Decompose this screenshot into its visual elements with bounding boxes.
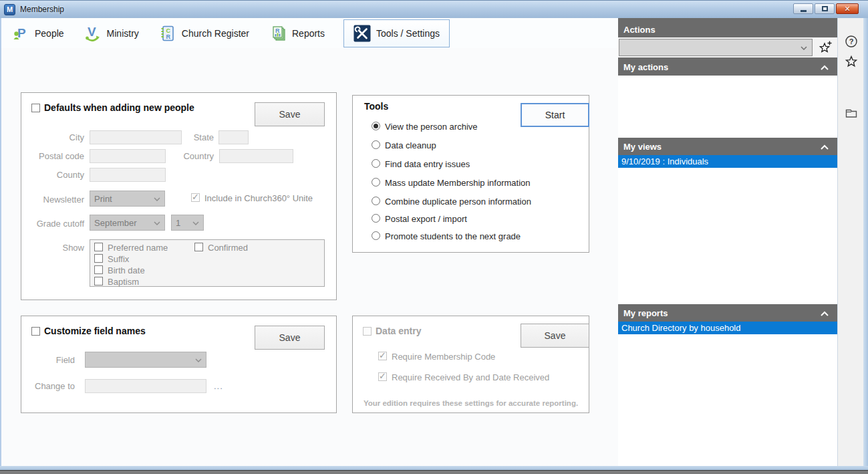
country-label: Country <box>151 151 214 161</box>
tab-reports[interactable]: R Reports <box>268 20 326 47</box>
tab-ministry[interactable]: V Ministry <box>83 20 140 47</box>
newsletter-value: Print <box>94 194 112 204</box>
confirmed-label: Confirmed <box>208 243 248 253</box>
birth-date-checkbox[interactable] <box>94 265 103 274</box>
newsletter-dropdown: Print <box>90 191 165 207</box>
my-views-header[interactable]: My views <box>618 138 837 155</box>
radio-label[interactable]: View the person archive <box>385 122 478 132</box>
favorites-button[interactable] <box>845 55 858 68</box>
collapse-icon[interactable] <box>820 144 829 150</box>
minimize-button[interactable] <box>793 3 813 14</box>
show-options-box: Preferred name Confirmed Suffix Birth da… <box>90 239 325 287</box>
radio-find-data-entry-issues[interactable] <box>372 159 380 168</box>
preferred-name-label: Preferred name <box>108 243 168 253</box>
customize-save-button[interactable]: Save <box>255 326 325 350</box>
tab-label: Reports <box>292 28 325 39</box>
show-label: Show <box>21 243 84 253</box>
list-item-report[interactable]: Church Directory by household <box>618 322 837 334</box>
grade-month-value: September <box>94 218 137 228</box>
my-reports-list: Church Directory by household <box>618 322 837 466</box>
suffix-checkbox[interactable] <box>94 254 103 263</box>
require-membership-code-label: Require Membership Code <box>392 352 495 362</box>
state-field <box>219 130 249 144</box>
customize-panel-title: Customize field names <box>44 326 146 336</box>
data-entry-note: Your edition requires these settings for… <box>353 399 589 407</box>
tab-people[interactable]: P People <box>11 20 65 47</box>
defaults-enable-checkbox[interactable] <box>31 104 40 112</box>
tab-tools-settings[interactable]: Tools / Settings <box>343 19 450 47</box>
radio-label[interactable]: Find data entry issues <box>385 159 470 169</box>
radio-promote-students[interactable] <box>372 231 380 240</box>
customize-enable-checkbox[interactable] <box>31 327 40 336</box>
radio-mass-update-membership[interactable] <box>372 178 380 187</box>
list-item-view[interactable]: 9/10/2019 : Individuals <box>618 155 837 168</box>
radio-combine-duplicates[interactable] <box>372 197 380 205</box>
close-button[interactable]: ✕ <box>836 3 859 14</box>
county-field <box>90 168 166 182</box>
collapse-icon[interactable] <box>820 65 829 70</box>
svg-text:R: R <box>166 33 170 40</box>
tools-panel: Tools Start View the person archive Data… <box>352 95 589 253</box>
radio-label[interactable]: Mass update Membership information <box>385 178 531 188</box>
church-register-icon: C R <box>159 25 176 42</box>
right-utility-strip: ? <box>837 18 863 466</box>
grade-cutoff-label: Grade cutoff <box>21 219 84 229</box>
include-unite-label: Include in Church360° Unite <box>204 193 313 203</box>
radio-label[interactable]: Data cleanup <box>385 140 436 150</box>
folder-icon <box>845 106 858 120</box>
radio-label[interactable]: Promote students to the next grade <box>385 231 521 241</box>
country-field <box>219 149 293 163</box>
defaults-save-button[interactable]: Save <box>255 102 325 126</box>
city-label: City <box>21 132 84 142</box>
radio-label[interactable]: Postal export / import <box>385 214 467 224</box>
preferred-name-checkbox[interactable] <box>94 243 103 251</box>
grade-day-dropdown: 1 <box>171 215 204 231</box>
birth-date-label: Birth date <box>108 265 145 275</box>
help-button[interactable]: ? <box>845 35 858 48</box>
titlebar: M Membership ✕ <box>0 0 868 18</box>
actions-combobox[interactable] <box>619 39 813 56</box>
radio-postal-export-import[interactable] <box>372 214 380 223</box>
start-button[interactable]: Start <box>521 103 589 127</box>
change-to-field <box>85 379 206 393</box>
my-actions-list <box>618 76 837 138</box>
star-icon <box>845 55 858 68</box>
tab-church-register[interactable]: C R Church Register <box>158 20 251 47</box>
confirmed-checkbox[interactable] <box>194 243 203 251</box>
chevron-down-icon <box>801 46 807 50</box>
baptism-checkbox[interactable] <box>94 277 103 285</box>
defaults-panel-title: Defaults when adding new people <box>44 102 194 113</box>
my-actions-header[interactable]: My actions <box>618 59 837 76</box>
collapse-icon[interactable] <box>820 311 829 316</box>
require-received-by-checkbox <box>378 372 387 381</box>
radio-data-cleanup[interactable] <box>372 140 380 149</box>
folder-button[interactable] <box>845 106 858 120</box>
window-title: Membership <box>20 5 64 14</box>
main-area: P People V Ministry <box>1 18 618 466</box>
field-dropdown <box>85 352 206 368</box>
radio-view-person-archive[interactable] <box>372 122 380 130</box>
data-entry-enable-checkbox <box>363 327 372 336</box>
sidebar: Actions My actions My views <box>618 18 837 466</box>
tab-label: Ministry <box>107 28 139 39</box>
tab-label: People <box>35 28 64 39</box>
actions-header-label: Actions <box>623 25 656 35</box>
my-views-list: 9/10/2019 : Individuals <box>618 155 837 304</box>
tab-bar: P People V Ministry <box>1 18 618 48</box>
my-views-header-label: My views <box>623 142 662 152</box>
change-to-more-button[interactable]: ... <box>214 381 223 391</box>
radio-label[interactable]: Combine duplicate person information <box>385 197 531 207</box>
baptism-label: Baptism <box>108 277 139 287</box>
chevron-down-icon <box>195 358 202 362</box>
grade-month-dropdown: September <box>90 215 165 231</box>
new-favorite-action-button[interactable] <box>817 40 833 55</box>
people-icon: P <box>12 25 29 42</box>
my-reports-header[interactable]: My reports <box>618 305 837 322</box>
ministry-icon: V <box>84 25 102 42</box>
newsletter-label: Newsletter <box>21 195 84 205</box>
data-entry-save-button[interactable]: Save <box>521 324 589 348</box>
maximize-button[interactable] <box>815 3 835 14</box>
desktop-strip <box>0 471 868 474</box>
postal-code-label: Postal code <box>21 151 84 161</box>
chevron-down-icon <box>154 221 160 225</box>
